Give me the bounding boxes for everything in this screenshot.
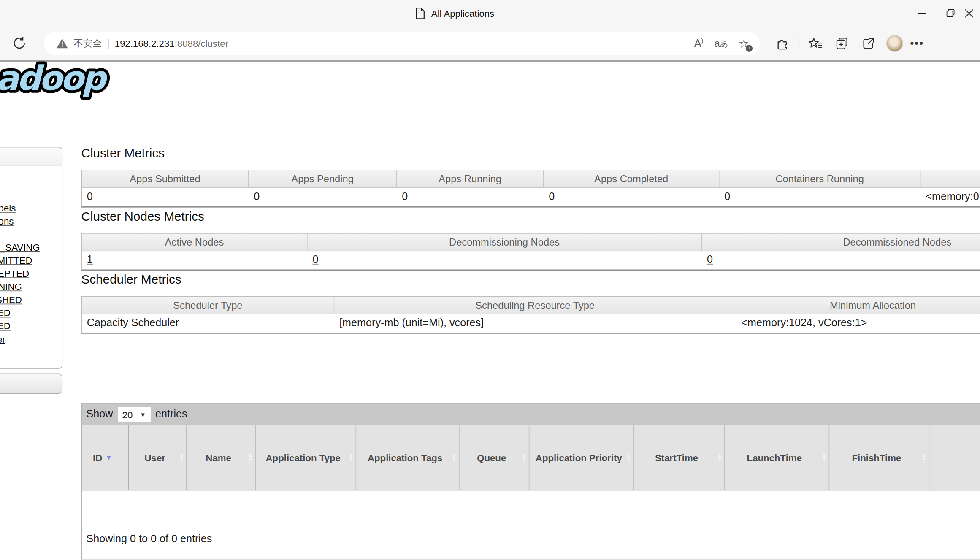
sort-icon: ▲▼ [717, 453, 723, 462]
url-path: :8088/cluster [175, 38, 228, 49]
sidebar-item-new-saving[interactable]: NEW_SAVING [0, 241, 62, 254]
sidebar-item-killed[interactable]: KILLED [0, 319, 62, 333]
reload-icon [12, 35, 27, 51]
tab-title-label: All Applications [431, 8, 494, 19]
browser-toolbar: 不安全 | 192.168.2.231:8088/cluster A) aあ ☆… [0, 26, 980, 60]
col-apps-pending: Apps Pending [249, 170, 397, 187]
url-text[interactable]: 192.168.2.231:8088/cluster [115, 38, 228, 49]
sort-icon: ▲▼ [921, 453, 927, 462]
sidebar-item-nodes[interactable]: Nodes [0, 188, 62, 201]
table-length-bar: Show 20 ▼ entries [81, 403, 980, 425]
address-bar-actions: A) aあ ☆ + [689, 32, 754, 55]
sidebar-item-about[interactable]: About [0, 175, 62, 188]
restore-icon [946, 9, 955, 18]
page-size-select[interactable]: 20 ▼ [118, 407, 150, 422]
used-resources-value: <memory:0, vCores:0> [920, 188, 980, 206]
col-apps-running: Apps Running [397, 170, 544, 187]
col-queue[interactable]: Queue▲▼ [459, 425, 529, 490]
col-application-tags[interactable]: Application Tags▲▼ [356, 425, 459, 490]
empty-table-row [81, 490, 980, 519]
close-icon [965, 9, 973, 17]
sidebar-item-applications[interactable]: Applications [0, 214, 62, 227]
col-active-nodes: Active Nodes [82, 234, 308, 251]
toolbar-divider [799, 37, 799, 51]
url-host: 192.168.2.231 [115, 38, 175, 49]
profile-avatar[interactable] [884, 33, 904, 53]
sidebar-item-new[interactable]: NEW [0, 227, 62, 241]
page-size-value: 20 [122, 409, 133, 419]
apps-completed-value: 0 [544, 188, 719, 206]
show-label: Show [86, 408, 113, 421]
cluster-nodes-metrics-table: Active Nodes Decommissioning Nodes Decom… [81, 233, 980, 271]
sidebar-item-running[interactable]: RUNNING [0, 280, 62, 293]
translate-icon[interactable]: aあ [711, 34, 731, 53]
col-starttime[interactable]: StartTime▲▼ [634, 425, 725, 490]
sidebar-item-scheduler[interactable]: Scheduler [0, 333, 62, 346]
col-apps-completed: Apps Completed [544, 170, 719, 187]
reload-button[interactable] [10, 34, 29, 52]
col-finishtime[interactable]: FinishTime▲▼ [829, 425, 929, 490]
title-bar: All Applications [0, 0, 980, 26]
extensions-icon[interactable] [772, 33, 792, 53]
read-aloud-icon[interactable]: A) [689, 34, 709, 53]
cluster-metrics-value-row: 0 0 0 0 0 <memory:0, vCores:0> [82, 188, 980, 206]
site-security[interactable]: 不安全 [44, 38, 102, 49]
sidebar-cluster-header[interactable]: Cluster [0, 147, 62, 166]
address-separator: | [102, 37, 114, 50]
window-controls [907, 0, 980, 26]
apps-pending-value: 0 [249, 188, 397, 206]
col-application-priority[interactable]: Application Priority▲▼ [529, 425, 633, 490]
minimize-button[interactable] [907, 0, 936, 26]
favorites-icon[interactable] [806, 33, 826, 53]
sidebar-item-failed[interactable]: FAILED [0, 306, 62, 319]
favorite-add-icon[interactable]: ☆ + [734, 34, 754, 53]
collections-icon[interactable] [832, 33, 852, 53]
yarn-cluster-page: hadoop Cluster About Nodes Node Labels A… [0, 62, 980, 560]
nodes-header-row: Active Nodes Decommissioning Nodes Decom… [82, 234, 980, 251]
col-decommissioning-nodes: Decommissioning Nodes [308, 234, 702, 251]
entries-label: entries [155, 408, 187, 421]
col-application-type[interactable]: Application Type▲▼ [256, 425, 356, 490]
sort-icon: ▲▼ [348, 453, 354, 462]
close-button[interactable] [965, 0, 980, 26]
active-nodes-value: 1 [82, 251, 308, 269]
browser-tab[interactable]: All Applications [415, 0, 494, 26]
share-icon[interactable] [858, 33, 878, 53]
col-state[interactable]: State▲▼ [929, 425, 980, 490]
decommissioned-nodes-value: 0 [702, 251, 980, 269]
col-scheduling-resource-type: Scheduling Resource Type [334, 297, 736, 314]
address-bar[interactable]: 不安全 | 192.168.2.231:8088/cluster A) aあ ☆… [44, 32, 760, 55]
sidebar-item-node-labels[interactable]: Node Labels [0, 201, 62, 214]
security-label: 不安全 [74, 38, 102, 49]
sidebar-item-submitted[interactable]: SUBMITTED [0, 254, 62, 267]
sidebar-tools-header[interactable]: Tools [0, 374, 62, 394]
scheduler-value-row: Capacity Scheduler [memory-mb (unit=Mi),… [82, 314, 980, 333]
decommissioned-nodes-link[interactable]: 0 [707, 254, 713, 265]
col-decommissioned-nodes: Decommissioned Nodes [702, 234, 980, 251]
col-id[interactable]: ID▼ [82, 425, 129, 490]
sidebar-nav: Cluster About Nodes Node Labels Applicat… [0, 147, 62, 369]
col-launchtime[interactable]: LaunchTime▲▼ [725, 425, 829, 490]
browser-window: All Applications [0, 0, 980, 560]
col-user[interactable]: User▲▼ [129, 425, 187, 490]
decommissioning-nodes-link[interactable]: 0 [312, 254, 318, 265]
col-name[interactable]: Name▲▼ [187, 425, 256, 490]
settings-menu-icon[interactable]: ••• [911, 33, 923, 53]
scheduling-resource-type-value: [memory-mb (unit=Mi), vcores] [334, 314, 736, 333]
cluster-metrics-table: Apps Submitted Apps Pending Apps Running… [81, 170, 980, 208]
applications-table: Show 20 ▼ entries ID▼ User▲▼ Name▲▼ Appl… [81, 403, 980, 559]
sidebar-item-finished[interactable]: FINISHED [0, 293, 62, 306]
scheduler-metrics-table: Scheduler Type Scheduling Resource Type … [81, 296, 980, 334]
sidebar-item-accepted[interactable]: ACCEPTED [0, 267, 62, 280]
apps-header-row: ID▼ User▲▼ Name▲▼ Application Type▲▼ App… [81, 425, 980, 490]
cluster-nodes-metrics-heading: Cluster Nodes Metrics [81, 209, 204, 224]
scheduler-header-row: Scheduler Type Scheduling Resource Type … [82, 297, 980, 314]
col-minimum-allocation: Minimum Allocation [736, 297, 980, 314]
sort-icon: ▲▼ [248, 453, 253, 462]
active-nodes-link[interactable]: 1 [87, 254, 93, 265]
page-icon [415, 7, 425, 19]
hadoop-logo: hadoop [0, 54, 146, 105]
restore-button[interactable] [936, 0, 965, 26]
decommissioning-nodes-value: 0 [308, 251, 702, 269]
hadoop-logo-text: hadoop [0, 59, 108, 98]
